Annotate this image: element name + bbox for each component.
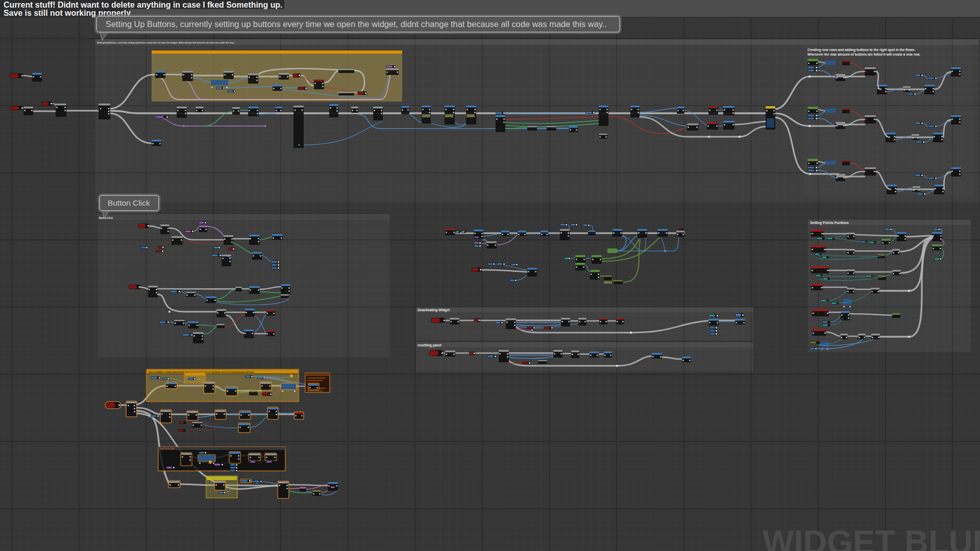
svg-text:Deactivating Widget: Deactivating Widget <box>418 308 450 312</box>
svg-text:Setting Up Buttons, currently: Setting Up Buttons, currently setting up… <box>106 19 607 29</box>
svg-text:Button Click: Button Click <box>99 217 113 219</box>
svg-text:GRID TO ROWS: GRID TO ROWS <box>160 448 175 450</box>
svg-text:Button Click: Button Click <box>108 198 150 207</box>
svg-text:WIDGET BLUEPRINT: WIDGET BLUEPRINT <box>763 523 980 551</box>
svg-text:Setting Up Buttons, currently: Setting Up Buttons, currently setting up… <box>97 41 235 44</box>
svg-text:Setting Points Fuctions: Setting Points Fuctions <box>810 221 849 225</box>
svg-text:Save is still not working prop: Save is still not working properly <box>4 9 131 17</box>
svg-text:Current stuff! Didnt want to d: Current stuff! Didnt want to delete anyt… <box>4 1 283 9</box>
svg-text:Whenever the max amount of but: Whenever the max amount of buttons are f… <box>807 53 920 56</box>
svg-text:Creating new rows and adding b: Creating new rows and adding buttons to … <box>807 48 915 52</box>
svg-text:resetting panel: resetting panel <box>418 343 442 347</box>
